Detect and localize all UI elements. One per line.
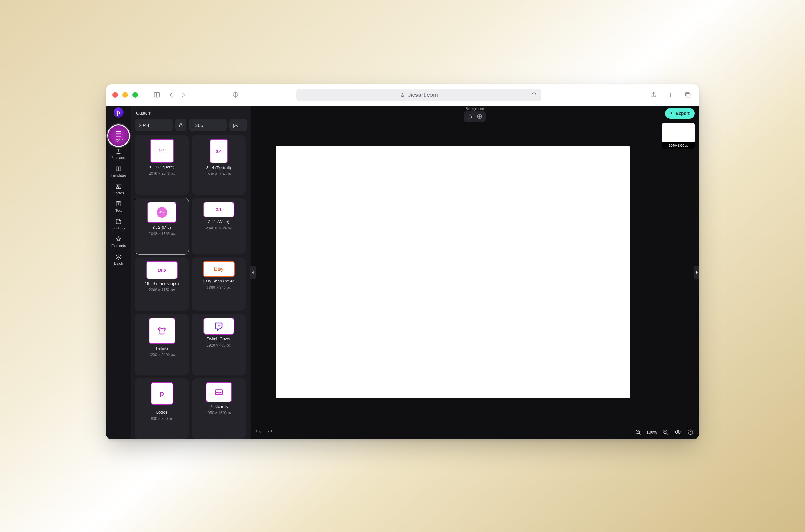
history-icon (688, 429, 694, 435)
tool-rail: p Layout Uploads Templates Photos Text (106, 106, 131, 439)
rail-label: Photos (113, 191, 124, 195)
collapse-panel-right[interactable] (694, 266, 699, 279)
templates-icon (115, 165, 122, 172)
zoom-in-button[interactable] (661, 428, 670, 436)
rail-label: Stickers (112, 226, 125, 230)
text-icon (115, 201, 122, 207)
tshirt-icon (157, 326, 167, 336)
preset-twitch[interactable]: Twitch Cover 1920 × 480 px (192, 314, 245, 376)
layer-thumbnail[interactable] (662, 122, 695, 144)
photos-icon (115, 183, 122, 190)
rail-stickers[interactable]: Stickers (107, 215, 130, 232)
postcard-icon (214, 387, 224, 397)
preset-title: Postcards (210, 404, 228, 409)
view-controls: 100% (634, 428, 695, 436)
download-icon (669, 111, 674, 116)
preset-dims: 1920 × 480 px (206, 343, 231, 347)
zoom-value: 100% (646, 430, 657, 435)
panel-heading: Custom (136, 111, 245, 116)
triangle-right-icon (695, 271, 698, 274)
rail-uploads[interactable]: Uploads (107, 145, 130, 162)
sidebar-toggle-icon[interactable] (152, 90, 162, 100)
redo-icon (267, 429, 273, 435)
rail-batch[interactable]: Batch (107, 250, 130, 268)
maximize-window-button[interactable] (132, 92, 138, 98)
preset-tshirts[interactable]: T-shirts 4200 × 5400 px (135, 314, 189, 376)
forward-button[interactable] (178, 90, 188, 100)
rail-photos[interactable]: Photos (107, 180, 130, 197)
rail-label: Text (115, 209, 122, 212)
rail-layout[interactable]: Layout (107, 125, 130, 147)
preset-etsy[interactable]: Etsy Etsy Shop Cover 3360 × 840 px (192, 258, 245, 311)
redo-button[interactable] (267, 429, 273, 436)
rail-label: Batch (114, 262, 123, 265)
history-controls (255, 429, 273, 436)
preset-1-1[interactable]: 1:1 1 : 1 (Square) 2048 × 2048 px (135, 135, 189, 195)
preset-grid[interactable]: 1:1 1 : 1 (Square) 2048 × 2048 px 3:4 3 … (135, 135, 247, 439)
unit-select[interactable]: px (229, 119, 247, 131)
artboard[interactable] (276, 147, 630, 398)
preset-thumb: 3:2 (147, 202, 177, 223)
undo-icon (255, 429, 261, 435)
rail-label: Elements (111, 244, 126, 248)
layers-panel: 2048x1365px (662, 122, 695, 149)
back-button[interactable] (166, 90, 177, 100)
height-input[interactable] (189, 119, 227, 131)
preset-2-1[interactable]: 2:1 2 : 1 (Wide) 2048 × 1024 px (192, 198, 245, 254)
preset-thumb: 1:1 (150, 139, 174, 163)
svg-rect-2 (401, 95, 404, 96)
svg-marker-18 (696, 271, 698, 274)
zoom-in-icon (662, 429, 669, 435)
bg-pattern-button[interactable] (475, 113, 484, 121)
new-tab-icon[interactable] (666, 90, 676, 100)
width-input[interactable] (135, 119, 172, 131)
preset-title: 3 : 2 (Mid) (152, 225, 171, 230)
canvas-top-controls: Background (464, 107, 486, 122)
preset-16-9[interactable]: 16:9 16 : 9 (Landscape) 2048 × 1152 px (135, 258, 189, 311)
undo-button[interactable] (255, 429, 261, 436)
batch-icon (115, 253, 122, 260)
preset-thumb: 3:4 (210, 139, 228, 164)
close-window-button[interactable] (112, 92, 118, 98)
preset-dims: 2048 × 2048 px (149, 171, 175, 176)
lock-icon (178, 122, 184, 128)
url-bar[interactable]: picsart.com (296, 89, 542, 101)
preset-title: 1 : 1 (Square) (149, 165, 175, 169)
lock-icon (400, 92, 405, 97)
rail-text[interactable]: Text (107, 197, 130, 215)
preset-logos[interactable]: p Logos 800 × 800 px (135, 378, 189, 439)
export-button[interactable]: Export (665, 108, 695, 119)
share-icon[interactable] (649, 90, 659, 100)
canvas-area: Background Export 2048x1365px (251, 106, 699, 439)
zoom-out-button[interactable] (634, 428, 642, 436)
shield-icon[interactable] (231, 90, 241, 100)
preset-thumb: p (151, 382, 173, 405)
preview-button[interactable] (674, 428, 682, 436)
svg-marker-17 (252, 271, 253, 274)
collapse-panel-left[interactable] (250, 266, 256, 279)
custom-size-row: px (135, 119, 247, 131)
svg-rect-12 (179, 125, 182, 127)
preset-title: Etsy Shop Cover (203, 279, 234, 283)
preset-postcards[interactable]: Postcards 1050 × 1500 px (192, 378, 245, 439)
preset-3-4[interactable]: 3:4 3 : 4 (Portrait) 1536 × 2048 px (192, 135, 245, 195)
bg-color-button[interactable] (465, 113, 475, 121)
history-button[interactable] (687, 428, 695, 436)
svg-line-21 (639, 433, 640, 434)
preset-3-2[interactable]: 3:2 3 : 2 (Mid) 2048 × 1365 px (135, 198, 189, 254)
aspect-lock-button[interactable] (175, 119, 186, 131)
reload-icon[interactable] (531, 92, 537, 98)
tabs-icon[interactable] (683, 90, 693, 100)
traffic-lights (112, 92, 138, 98)
picsart-logo[interactable]: p (113, 108, 124, 117)
checker-icon (477, 114, 482, 119)
preset-dims: 4200 × 5400 px (149, 353, 175, 357)
minimize-window-button[interactable] (122, 92, 128, 98)
layout-icon (115, 131, 122, 138)
preset-dims: 800 × 800 px (151, 416, 173, 421)
preset-title: 3 : 4 (Portrait) (206, 165, 231, 170)
preset-dims: 2048 × 1024 px (206, 226, 232, 230)
droplet-icon (467, 114, 473, 119)
rail-elements[interactable]: Elements (107, 232, 130, 250)
rail-templates[interactable]: Templates (107, 162, 130, 180)
